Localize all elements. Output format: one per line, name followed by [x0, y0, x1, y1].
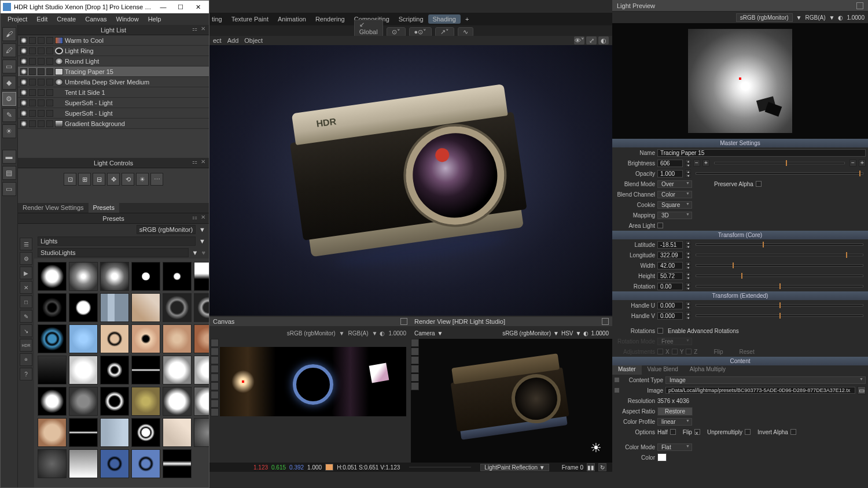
preset-hdr2-icon[interactable]: ⊚: [20, 353, 32, 366]
brightness-plus2[interactable]: +: [859, 160, 866, 167]
lc-btn-6[interactable]: ☀: [136, 173, 149, 186]
preset-thumbnail[interactable]: [38, 449, 67, 478]
content-header[interactable]: Content: [612, 357, 868, 365]
preset-sq-icon[interactable]: □: [20, 295, 32, 308]
preset-thumbnail[interactable]: [131, 387, 160, 416]
render-icon[interactable]: [46, 89, 53, 96]
flip-checkbox[interactable]: [694, 429, 700, 435]
preset-thumbnail[interactable]: [100, 449, 129, 478]
visibility-icon[interactable]: [20, 79, 27, 86]
preset-thumbnail[interactable]: [131, 418, 160, 447]
exposure-icon[interactable]: ◐: [838, 14, 843, 21]
blendchannel-dropdown[interactable]: Color: [657, 191, 692, 198]
preset-x-icon[interactable]: ✕: [20, 281, 32, 294]
canvas-tool-icon[interactable]: [211, 339, 219, 347]
node-icon[interactable]: [615, 388, 619, 393]
renderview-channels[interactable]: HSV: [561, 330, 573, 337]
image-path-field[interactable]: pData/Local/lightmap/presets/BC903773-5A…: [665, 387, 855, 394]
viewport-3d[interactable]: HDR: [209, 45, 612, 316]
chevron-down-icon[interactable]: ▼: [829, 14, 835, 21]
preset-thumbnail[interactable]: [100, 356, 129, 385]
chevron-down-icon[interactable]: ▼: [553, 330, 559, 337]
render-icon[interactable]: [46, 120, 53, 127]
canvas-tool-icon[interactable]: [211, 374, 219, 382]
solo-icon[interactable]: [29, 58, 36, 65]
canvas-viewport[interactable]: [220, 347, 406, 416]
browse-icon[interactable]: ▭: [858, 386, 866, 394]
lp-box-icon[interactable]: [856, 2, 863, 9]
preset-colorspace-dropdown[interactable]: sRGB (rgbMonitor): [137, 225, 196, 234]
rv-tool-icon[interactable]: [411, 382, 419, 390]
mapping-dropdown[interactable]: 3D: [657, 212, 692, 219]
preset-thumbnail[interactable]: [163, 293, 192, 322]
close-icon[interactable]: ✕: [201, 158, 205, 165]
preset-thumbnail[interactable]: [69, 418, 98, 447]
preserve-alpha-checkbox[interactable]: [756, 181, 762, 187]
pin-icon[interactable]: ⚏: [192, 25, 197, 32]
render-icon[interactable]: [46, 99, 53, 106]
solo-icon[interactable]: [29, 99, 36, 106]
preset-thumbnail[interactable]: [100, 387, 129, 416]
render-icon[interactable]: [46, 68, 53, 75]
menu-create[interactable]: Create: [52, 14, 80, 24]
preset-thumbnail[interactable]: [194, 262, 209, 291]
rv-tool-icon[interactable]: [411, 356, 419, 364]
tool-diamond-icon[interactable]: ◆: [2, 76, 16, 90]
canvas-tool-icon[interactable]: [211, 400, 219, 408]
layout-icon-1[interactable]: ▬: [2, 150, 16, 164]
preset-thumbnail[interactable]: [69, 387, 98, 416]
preset-thumbnail[interactable]: [131, 293, 160, 322]
contenttype-dropdown[interactable]: Image: [665, 376, 866, 384]
solo-icon[interactable]: [29, 68, 36, 75]
solo-icon[interactable]: [29, 110, 36, 117]
add-tab-button[interactable]: +: [461, 14, 473, 24]
colorprofile-dropdown[interactable]: linear: [657, 418, 692, 426]
unpremultiply-checkbox[interactable]: [745, 429, 751, 435]
handleu-slider[interactable]: [696, 304, 863, 306]
lc-btn-4[interactable]: ✥: [107, 173, 120, 186]
close-icon[interactable]: ✕: [201, 214, 205, 220]
tool-wand-icon[interactable]: ✎: [2, 108, 16, 122]
visibility-icon[interactable]: [20, 37, 27, 44]
light-row[interactable]: Light Ring: [18, 46, 209, 56]
preset-thumbnail[interactable]: [131, 324, 160, 353]
viewport-shade-icon[interactable]: ◐: [598, 36, 609, 45]
exposure-icon[interactable]: ◐: [380, 330, 385, 337]
preset-thumbnail[interactable]: [69, 293, 98, 322]
lc-btn-3[interactable]: ⊟: [93, 173, 105, 186]
solo-icon[interactable]: [29, 120, 36, 127]
colormode-dropdown[interactable]: Flat: [657, 443, 692, 451]
render-icon[interactable]: [46, 47, 53, 54]
close-button[interactable]: ✕: [189, 1, 207, 13]
preset-thumbnail[interactable]: [194, 293, 209, 322]
chevron-down-icon[interactable]: ▼: [199, 238, 205, 245]
height-slider[interactable]: [696, 275, 863, 277]
arealight-checkbox[interactable]: [657, 223, 663, 228]
light-preview-viewport[interactable]: [612, 23, 868, 139]
preset-thumbnail[interactable]: [100, 262, 129, 291]
render-icon[interactable]: [46, 79, 53, 86]
render-icon[interactable]: [46, 110, 53, 117]
pause-button[interactable]: ▮▮: [587, 463, 595, 471]
chevron-down-icon[interactable]: ▼: [192, 249, 198, 256]
restore-button[interactable]: Restore: [657, 407, 693, 416]
visibility-icon[interactable]: [20, 110, 27, 117]
preset-thumbnail[interactable]: [131, 449, 160, 478]
canvas-box-icon[interactable]: [400, 318, 407, 325]
preset-tool-icon[interactable]: ☰: [20, 238, 32, 250]
preset-thumbnail[interactable]: [163, 418, 192, 447]
visibility-icon[interactable]: [20, 68, 27, 75]
snap-dropdown[interactable]: ⊙˅: [387, 27, 406, 37]
brightness-minus2[interactable]: −: [849, 160, 856, 167]
height-field[interactable]: 50.72: [657, 272, 683, 280]
brightness-spinner[interactable]: ▴▾: [685, 159, 691, 167]
menu-help[interactable]: Help: [144, 14, 166, 24]
longitude-slider[interactable]: [696, 254, 863, 256]
solo-icon[interactable]: [29, 37, 36, 44]
canvas-tool-icon[interactable]: [211, 365, 219, 373]
layout-icon-2[interactable]: ▤: [2, 166, 16, 180]
canvas-tool-icon[interactable]: [211, 356, 219, 364]
preset-gear-icon[interactable]: ⚙: [20, 252, 32, 265]
hdrls-titlebar[interactable]: HDR Light Studio Xenon [Drop 1] Pro Lice…: [1, 1, 209, 13]
lc-btn-2[interactable]: ⊞: [78, 173, 91, 186]
